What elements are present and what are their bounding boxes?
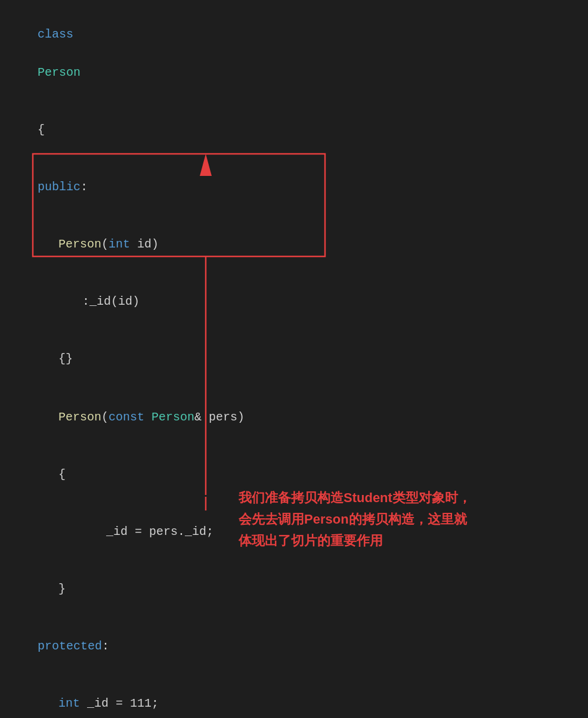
code-line-3: public: (6, 159, 588, 216)
code-block: class Person { public: Person(int id) :_… (0, 0, 588, 718)
annotation-text-3: 体现出了切片的重要作用 (239, 531, 383, 550)
code-line-7: Person(const Person& pers) (6, 389, 588, 446)
keyword-class: class (38, 27, 73, 41)
code-line-10: } (6, 561, 588, 618)
annotation-text-2: 会先去调用Person的拷贝构造，这里就 (239, 509, 467, 529)
annotation-text-1: 我们准备拷贝构造Student类型对象时， (239, 488, 471, 507)
code-line-11: protected: (6, 618, 588, 675)
code-line-12: int _id = 111; (6, 675, 588, 718)
code-line-6: {} (6, 330, 588, 388)
code-line-5: :_id(id) (6, 273, 588, 330)
code-line-4: Person(int id) (6, 216, 588, 273)
class-name-person: Person (38, 66, 81, 79)
code-line-1: class Person (6, 6, 588, 101)
code-line-2: { (6, 101, 588, 159)
